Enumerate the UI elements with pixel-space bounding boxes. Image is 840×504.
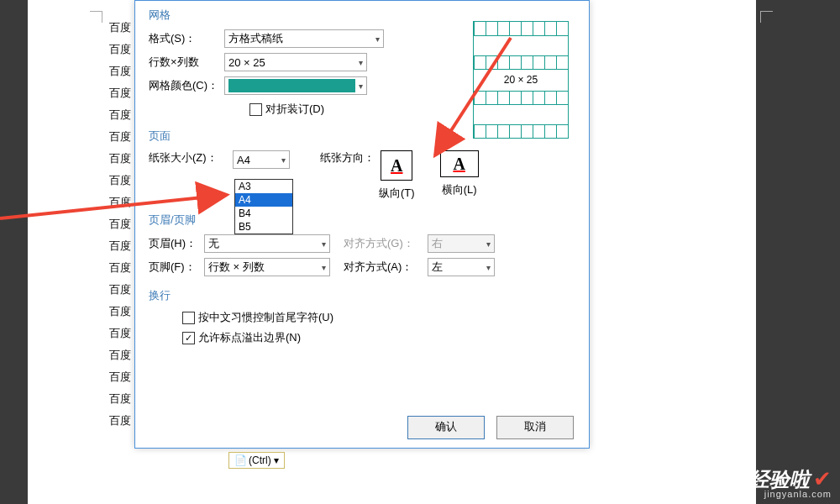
header-combo[interactable]: 无 ▾ [204, 234, 330, 253]
bg-line: 百度 [109, 60, 131, 82]
rowcol-label: 行数×列数 [149, 55, 224, 70]
bg-line: 百度 [109, 366, 131, 388]
watermark-url: jingyanla.com [749, 490, 832, 499]
footer-align-combo[interactable]: 左 ▾ [428, 258, 495, 276]
overflow-label: 允许标点溢出边界(N) [198, 330, 301, 345]
bg-line: 百度 [109, 39, 131, 60]
header-value: 无 [208, 236, 219, 251]
header-align-value: 右 [432, 236, 443, 251]
checkbox-box-icon [182, 312, 195, 324]
fold-binding-label: 对折装订(D) [265, 102, 324, 117]
ctrl-label: (Ctrl) ▾ [249, 454, 279, 466]
footer-label: 页脚(F)： [149, 260, 204, 275]
checkbox-checked-icon: ✓ [182, 332, 195, 344]
header-label: 页眉(H)： [149, 236, 204, 251]
chevron-down-icon: ▾ [359, 81, 363, 91]
watermark-text: 经验啦 [749, 468, 810, 491]
paper-size-dropdown[interactable]: A3 A4 B4 B5 [234, 179, 293, 234]
bg-line: 百度 [109, 213, 131, 235]
wrap-section: 换行 按中文习惯控制首尾字符(U) ✓ 允许标点溢出边界(N) [135, 281, 589, 345]
chevron-down-icon: ▾ [359, 58, 363, 67]
hf-section-title: 页眉/页脚 [149, 213, 575, 228]
grid-preview: 20 × 25 [473, 21, 569, 139]
bg-line: 百度 [109, 126, 131, 148]
paper-size-option-b4[interactable]: B4 [235, 207, 292, 220]
bg-line: 百度 [109, 82, 131, 104]
portrait-icon: A [381, 150, 412, 181]
rowcol-combo[interactable]: 20 × 25 ▾ [224, 53, 367, 71]
crop-mark-right [758, 11, 773, 26]
landscape-icon: A [440, 150, 479, 177]
color-swatch [228, 79, 355, 92]
chevron-down-icon: ▾ [322, 239, 326, 249]
bg-line: 百度 [109, 235, 131, 257]
bg-line: 百度 [109, 192, 131, 213]
header-footer-section: 页眉/页脚 页眉(H)： 无 ▾ 对齐方式(G)： 右 ▾ 页脚(F)： 行数 … [135, 206, 589, 276]
paper-size-option-a4[interactable]: A4 [235, 193, 292, 207]
manuscript-settings-dialog: 网格 格式(S)： 方格式稿纸 ▾ 行数×列数 20 × 25 ▾ 网格颜色(C… [134, 0, 590, 449]
landscape-label: 横向(L) [442, 182, 477, 197]
bg-line: 百度 [109, 388, 131, 410]
format-label: 格式(S)： [149, 31, 224, 46]
grid-color-combo[interactable]: ▾ [224, 76, 367, 95]
grid-color-label: 网格颜色(C)： [149, 78, 224, 93]
paper-size-label: 纸张大小(Z)： [149, 150, 233, 165]
bg-line: 百度 [109, 148, 131, 170]
paper-size-option-b5[interactable]: B5 [235, 220, 292, 234]
rowcol-value: 20 × 25 [228, 56, 265, 69]
landscape-option[interactable]: A 横向(L) [440, 150, 479, 197]
portrait-label: 纵向(T) [379, 186, 415, 201]
dialog-button-bar: 确认 取消 [407, 416, 574, 439]
bg-line: 百度 [109, 257, 131, 279]
checkbox-box-icon [249, 103, 262, 116]
cancel-button[interactable]: 取消 [496, 416, 574, 439]
chevron-down-icon: ▾ [375, 34, 380, 44]
portrait-option[interactable]: A 纵向(T) [379, 150, 415, 201]
chevron-down-icon: ▾ [486, 239, 491, 249]
format-combo[interactable]: 方格式稿纸 ▾ [224, 29, 384, 48]
chevron-down-icon: ▾ [486, 263, 491, 272]
footer-align-value: 左 [432, 260, 443, 275]
bg-line: 百度 [109, 104, 131, 126]
footer-align-label: 对齐方式(A)： [344, 260, 428, 275]
footer-combo[interactable]: 行数 × 列数 ▾ [204, 258, 330, 276]
background-text: 百度 百度 百度 百度 百度 百度 百度 百度 百度 百度 百度 百度 百度 百… [109, 17, 131, 432]
chevron-down-icon: ▾ [322, 263, 326, 272]
footer-value: 行数 × 列数 [208, 260, 265, 275]
bg-line: 百度 [109, 279, 131, 301]
paper-size-option-a3[interactable]: A3 [235, 180, 292, 193]
fold-binding-checkbox[interactable]: 对折装订(D) [249, 102, 324, 117]
orientation-label: 纸张方向： [320, 150, 379, 165]
grid-preview-label: 20 × 25 [474, 74, 568, 86]
header-align-combo: 右 ▾ [428, 234, 495, 253]
header-align-label: 对齐方式(G)： [344, 236, 428, 251]
crop-mark-left [90, 11, 105, 26]
bg-line: 百度 [109, 323, 131, 344]
punct-control-label: 按中文习惯控制首尾字符(U) [198, 310, 333, 325]
overflow-checkbox[interactable]: ✓ 允许标点溢出边界(N) [182, 330, 301, 345]
format-value: 方格式稿纸 [228, 31, 283, 46]
watermark: 经验啦 ✔ jingyanla.com [749, 468, 832, 499]
punct-control-checkbox[interactable]: 按中文习惯控制首尾字符(U) [182, 310, 333, 325]
paper-size-combo[interactable]: A4 ▾ [233, 150, 290, 169]
check-icon: ✔ [813, 466, 832, 491]
paper-size-value: A4 [237, 154, 250, 166]
wrap-section-title: 换行 [149, 288, 575, 303]
paste-options-tag[interactable]: 📄 (Ctrl) ▾ [228, 452, 285, 469]
clipboard-icon: 📄 [234, 454, 247, 466]
bg-line: 百度 [109, 410, 131, 432]
ok-button[interactable]: 确认 [407, 416, 485, 439]
bg-line: 百度 [109, 17, 131, 39]
bg-line: 百度 [109, 301, 131, 323]
bg-line: 百度 [109, 170, 131, 192]
bg-line: 百度 [109, 344, 131, 366]
chevron-down-icon: ▾ [281, 155, 286, 165]
